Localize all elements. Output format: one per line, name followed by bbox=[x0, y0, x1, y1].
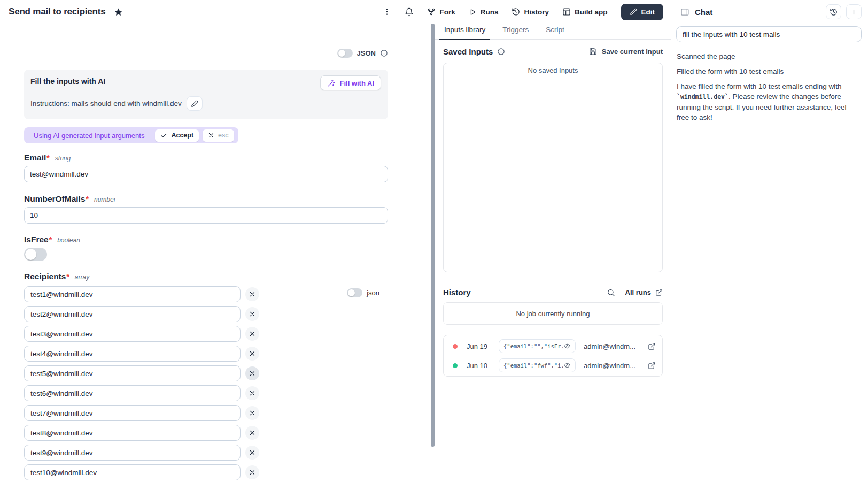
remove-recipient-button[interactable] bbox=[245, 386, 259, 400]
run-form-panel: JSON Fill the inputs with AI Fill with A… bbox=[0, 24, 431, 482]
recipient-input[interactable] bbox=[24, 286, 241, 302]
remove-recipient-button[interactable] bbox=[245, 366, 259, 380]
chat-title: Chat bbox=[695, 7, 712, 17]
build-app-label: Build app bbox=[575, 8, 608, 16]
accept-button[interactable]: Accept bbox=[155, 129, 199, 142]
chat-history-button[interactable] bbox=[826, 4, 841, 19]
all-runs-link[interactable]: All runs bbox=[625, 288, 663, 296]
numberofmails-label: NumberOfMails bbox=[24, 194, 86, 204]
recipients-json-label: json bbox=[367, 289, 379, 297]
search-icon[interactable] bbox=[607, 288, 615, 297]
info-icon[interactable] bbox=[497, 48, 505, 56]
favorite-star-icon[interactable] bbox=[114, 7, 123, 17]
remove-recipient-button[interactable] bbox=[245, 307, 259, 321]
panel-collapse-icon[interactable] bbox=[680, 7, 689, 17]
tab-triggers[interactable]: Triggers bbox=[498, 24, 533, 39]
fill-with-ai-button[interactable]: Fill with AI bbox=[320, 75, 381, 90]
inputs-library-panel: Inputs library Triggers Script Saved Inp… bbox=[435, 24, 671, 482]
recipient-row bbox=[24, 464, 388, 480]
fork-button[interactable]: Fork bbox=[427, 7, 455, 16]
remove-recipient-button[interactable] bbox=[245, 465, 259, 479]
remove-recipient-button[interactable] bbox=[245, 287, 259, 301]
recipient-row bbox=[24, 306, 388, 322]
panel-body: Saved Inputs Save current input No saved… bbox=[435, 40, 671, 482]
info-icon[interactable] bbox=[380, 49, 388, 57]
history-button[interactable]: History bbox=[511, 7, 549, 16]
chat-final-code: `windmill.dev` bbox=[677, 93, 728, 101]
isfree-toggle[interactable] bbox=[24, 248, 47, 261]
status-success-dot bbox=[453, 363, 458, 368]
edit-instructions-button[interactable] bbox=[187, 96, 203, 111]
remove-recipient-button[interactable] bbox=[245, 426, 259, 440]
entry-args-pill[interactable]: {"email":"","isFr... bbox=[499, 339, 576, 353]
recipient-input[interactable] bbox=[24, 326, 241, 342]
notifications-button[interactable] bbox=[405, 7, 414, 17]
recipient-input[interactable] bbox=[24, 365, 241, 381]
json-view-toggle[interactable] bbox=[337, 49, 353, 58]
chat-input[interactable] bbox=[676, 26, 862, 42]
recipient-input[interactable] bbox=[24, 425, 241, 441]
status-error-dot bbox=[453, 344, 458, 349]
chat-message: Filled the form with 10 test emails bbox=[677, 66, 859, 76]
numberofmails-input[interactable] bbox=[24, 207, 388, 224]
app: Send mail to recipients Fork Runs bbox=[0, 0, 868, 482]
recipients-label: Recipients bbox=[24, 272, 66, 281]
wand-sparkles-icon bbox=[327, 79, 335, 87]
remove-recipient-button[interactable] bbox=[245, 327, 259, 341]
open-run-external-icon[interactable] bbox=[648, 342, 656, 350]
esc-label: esc bbox=[218, 132, 228, 139]
remove-recipient-button[interactable] bbox=[245, 347, 259, 361]
recipient-input[interactable] bbox=[24, 445, 241, 461]
numberofmails-field-label: NumberOfMails* number bbox=[24, 194, 388, 204]
top-header: Send mail to recipients Fork Runs bbox=[0, 0, 671, 24]
edit-button[interactable]: Edit bbox=[621, 4, 664, 20]
more-options-button[interactable] bbox=[383, 7, 391, 16]
open-run-external-icon[interactable] bbox=[648, 362, 656, 370]
recipient-input[interactable] bbox=[24, 405, 241, 421]
escape-button[interactable]: esc bbox=[203, 129, 234, 142]
recipients-json-toggle[interactable] bbox=[347, 288, 362, 297]
x-icon bbox=[249, 311, 255, 317]
x-icon bbox=[249, 430, 255, 436]
entry-args: {"email":"fwf","i... bbox=[503, 362, 564, 369]
new-chat-button[interactable] bbox=[846, 4, 862, 19]
fill-with-ai-label: Fill with AI bbox=[339, 79, 374, 87]
recipient-input[interactable] bbox=[24, 464, 241, 480]
recipients-field-label: Recipients* array bbox=[24, 272, 388, 281]
tab-script[interactable]: Script bbox=[541, 24, 569, 39]
email-input[interactable]: test@windmill.dev bbox=[24, 166, 388, 182]
ai-instructions-text: Instructions: mails should end with wind… bbox=[30, 100, 182, 108]
kebab-menu-icon bbox=[383, 7, 391, 16]
save-current-input-button[interactable]: Save current input bbox=[589, 48, 663, 56]
entry-user: admin@windm... bbox=[584, 342, 642, 350]
recipients-list: json bbox=[24, 286, 388, 480]
section-divider bbox=[435, 281, 671, 281]
history-clock-icon bbox=[830, 8, 838, 16]
tab-inputs-library[interactable]: Inputs library bbox=[439, 24, 490, 40]
recipient-input[interactable] bbox=[24, 385, 241, 401]
build-app-button[interactable]: Build app bbox=[562, 7, 608, 16]
pencil-icon bbox=[630, 8, 637, 16]
required-asterisk: * bbox=[86, 195, 89, 203]
panel-resize-handle[interactable] bbox=[431, 24, 435, 447]
history-entry-row[interactable]: Jun 10 {"email":"fwf","i... admin@windm.… bbox=[444, 356, 662, 375]
recipient-row bbox=[24, 346, 388, 362]
x-icon bbox=[249, 410, 255, 416]
chat-message: I have filled the form with 10 test emai… bbox=[677, 81, 859, 123]
isfree-label: IsFree bbox=[24, 235, 49, 244]
email-type: string bbox=[55, 155, 71, 162]
recipient-input[interactable] bbox=[24, 346, 241, 362]
remove-recipient-button[interactable] bbox=[245, 446, 259, 460]
recipient-row bbox=[24, 365, 388, 381]
recipient-input[interactable] bbox=[24, 306, 241, 322]
remove-recipient-button[interactable] bbox=[245, 406, 259, 420]
save-current-input-label: Save current input bbox=[602, 48, 663, 56]
required-asterisk: * bbox=[46, 154, 49, 162]
chat-message: Scanned the page bbox=[677, 51, 859, 62]
runs-button[interactable]: Runs bbox=[469, 8, 499, 16]
history-entries: Jun 19 {"email":"","isFr... admin@windm.… bbox=[443, 335, 663, 377]
entry-args-pill[interactable]: {"email":"fwf","i... bbox=[499, 358, 576, 372]
isfree-field-label: IsFree* boolean bbox=[24, 235, 388, 244]
chat-header-buttons bbox=[826, 4, 862, 19]
history-entry-row[interactable]: Jun 19 {"email":"","isFr... admin@windm.… bbox=[444, 336, 662, 356]
